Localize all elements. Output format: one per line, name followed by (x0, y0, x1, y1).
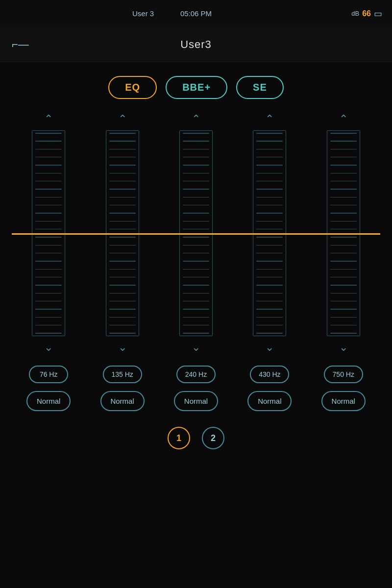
slider-track-4[interactable] (253, 130, 286, 336)
header: ⌐— User3 (0, 27, 392, 62)
arrow-up-1[interactable]: ⌃ (34, 113, 63, 125)
freq-label-2[interactable]: 135 Hz (103, 366, 142, 383)
arrow-down-5[interactable]: ⌄ (329, 341, 358, 354)
freq-label-5[interactable]: 750 Hz (324, 366, 363, 383)
arrow-down-1[interactable]: ⌄ (34, 341, 63, 354)
tab-eq[interactable]: EQ (108, 76, 157, 99)
arrow-down-2[interactable]: ⌄ (108, 341, 137, 354)
normal-label-2[interactable]: Normal (100, 391, 145, 411)
freq-label-4[interactable]: 430 Hz (250, 366, 289, 383)
page-dot-1[interactable]: 1 (168, 427, 190, 449)
page-dot-2[interactable]: 2 (202, 427, 224, 449)
slider-track-1[interactable] (32, 130, 65, 336)
db-value: 66 (362, 9, 371, 18)
battery-icon: ▭ (374, 8, 382, 19)
normal-label-4[interactable]: Normal (247, 391, 292, 411)
slider-lines-1 (32, 131, 65, 336)
slider-track-2[interactable] (106, 130, 139, 336)
slider-col-4[interactable] (247, 130, 292, 336)
arrow-up-5[interactable]: ⌃ (329, 113, 358, 125)
normal-label-5[interactable]: Normal (321, 391, 366, 411)
slider-col-1[interactable] (26, 130, 71, 336)
sliders-area (12, 130, 380, 336)
arrow-down-4[interactable]: ⌄ (255, 341, 284, 354)
tab-se[interactable]: SE (236, 76, 284, 99)
status-profile: User 3 (132, 9, 154, 18)
slider-col-3[interactable] (174, 130, 218, 336)
freq-label-3[interactable]: 240 Hz (176, 366, 216, 383)
arrow-up-4[interactable]: ⌃ (255, 113, 284, 125)
status-right: dB 66 ▭ (351, 8, 382, 19)
back-button[interactable]: ⌐— (12, 38, 29, 51)
status-time: 05:06 PM (180, 9, 212, 18)
arrow-up-3[interactable]: ⌃ (181, 113, 211, 125)
normal-labels-row: Normal Normal Normal Normal Normal (12, 388, 380, 421)
eq-container: ⌃ ⌃ ⌃ ⌃ ⌃ (0, 109, 392, 459)
page-title: User3 (12, 38, 380, 51)
arrow-up-2[interactable]: ⌃ (108, 113, 137, 125)
mode-tabs: EQ BBE+ SE (0, 62, 392, 109)
arrow-down-3[interactable]: ⌄ (181, 341, 211, 354)
slider-col-2[interactable] (100, 130, 145, 336)
tab-bbe[interactable]: BBE+ (166, 76, 227, 99)
freq-label-1[interactable]: 76 Hz (29, 366, 68, 383)
normal-label-3[interactable]: Normal (174, 391, 218, 411)
arrows-down-row: ⌄ ⌄ ⌄ ⌄ ⌄ (12, 336, 380, 363)
normal-label-1[interactable]: Normal (26, 391, 71, 411)
page-indicators: 1 2 (168, 421, 224, 459)
arrows-up-row: ⌃ ⌃ ⌃ ⌃ ⌃ (12, 109, 380, 130)
db-icon: dB (351, 10, 359, 17)
status-bar: User 3 05:06 PM dB 66 ▭ (0, 0, 392, 27)
slider-track-3[interactable] (179, 130, 213, 336)
slider-col-5[interactable] (321, 130, 366, 336)
slider-track-5[interactable] (327, 130, 360, 336)
frequency-labels-row: 76 Hz 135 Hz 240 Hz 430 Hz 750 Hz (12, 363, 380, 388)
